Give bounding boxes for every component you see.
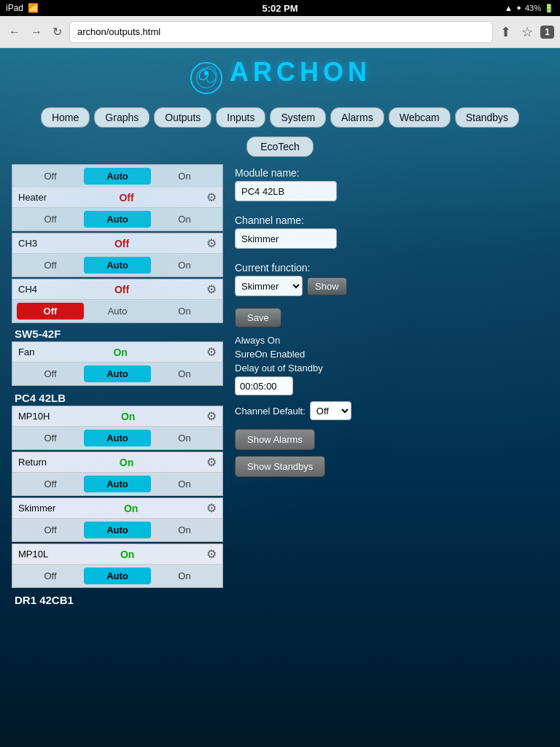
fan-off-btn[interactable]: Off xyxy=(17,365,84,382)
nav-alarms[interactable]: Alarms xyxy=(330,107,384,128)
ch3-off-btn[interactable]: Off xyxy=(17,257,84,274)
nav-home[interactable]: Home xyxy=(41,107,90,128)
nav-graphs[interactable]: Graphs xyxy=(94,107,149,128)
return-auto-btn[interactable]: Auto xyxy=(84,476,151,492)
heater-on-btn2[interactable]: On xyxy=(151,211,218,228)
back-button[interactable]: ← xyxy=(6,23,23,42)
return-off-btn[interactable]: Off xyxy=(17,476,84,492)
channel-default-select[interactable]: Off On Auto xyxy=(310,401,351,420)
mp10l-gear-icon[interactable]: ⚙ xyxy=(206,547,217,561)
logo-icon xyxy=(189,61,224,96)
channel-block-ch3: CH3 Off ⚙ Off Auto On xyxy=(12,233,223,277)
status-bar: iPad 📶 5:02 PM ▲ ✦ 43% 🔋 xyxy=(0,0,560,16)
channel-block-heater: Off Auto On Heater Off ⚙ Off Auto On xyxy=(12,164,223,231)
heater-auto-btn[interactable]: Auto xyxy=(84,168,151,185)
heater-name-row: Heater Off ⚙ xyxy=(12,187,222,208)
heater-on-btn[interactable]: On xyxy=(151,168,218,185)
fan-auto-btn[interactable]: Auto xyxy=(84,365,151,382)
fan-gear-icon[interactable]: ⚙ xyxy=(206,345,217,359)
skimmer-auto-btn[interactable]: Auto xyxy=(84,522,151,538)
group-sw5: SW5-42F Fan On ⚙ Off Auto On xyxy=(12,325,223,386)
sureon-text: SureOn Enabled xyxy=(235,349,548,360)
content-area: ARCHON Home Graphs Outputs Inputs System… xyxy=(0,48,560,747)
skimmer-name-row: Skimmer On ⚙ xyxy=(12,498,222,519)
nav-menu: Home Graphs Outputs Inputs System Alarms… xyxy=(0,101,560,133)
mp10l-auto-btn[interactable]: Auto xyxy=(84,568,151,584)
heater-gear-icon[interactable]: ⚙ xyxy=(206,190,217,204)
ch3-on-btn[interactable]: On xyxy=(151,257,218,274)
show-standbys-button[interactable]: Show Standbys xyxy=(235,456,325,477)
nav-system[interactable]: System xyxy=(270,107,326,128)
ecotech-button[interactable]: EcoTech xyxy=(246,136,314,157)
fan-controls: Off Auto On xyxy=(12,363,222,385)
nav-webcam[interactable]: Webcam xyxy=(389,107,451,128)
ch3-auto-btn[interactable]: Auto xyxy=(84,257,151,274)
channel-block-return: Return On ⚙ Off Auto On xyxy=(12,452,223,496)
channel-block-mp10h: MP10H On ⚙ Off Auto On xyxy=(12,406,223,450)
ch4-gear-icon[interactable]: ⚙ xyxy=(206,282,217,296)
mp10l-status: On xyxy=(120,549,134,560)
ch4-on-btn[interactable]: On xyxy=(151,303,218,320)
fan-name-row: Fan On ⚙ xyxy=(12,342,222,363)
function-select[interactable]: Skimmer Always On Timer Refugium xyxy=(235,276,303,296)
mp10h-off-btn[interactable]: Off xyxy=(17,430,84,446)
location-icon: ▲ xyxy=(505,4,513,12)
heater-auto-btn2[interactable]: Auto xyxy=(84,211,151,228)
fan-on-btn[interactable]: On xyxy=(151,365,218,382)
mp10l-off-btn[interactable]: Off xyxy=(17,568,84,584)
show-function-button[interactable]: Show xyxy=(307,277,347,295)
heater-name: Heater xyxy=(18,192,47,203)
ch4-status: Off xyxy=(114,284,129,295)
group-pc4-header: PC4 42LB xyxy=(12,389,223,406)
skimmer-gear-icon[interactable]: ⚙ xyxy=(206,501,217,515)
mp10h-gear-icon[interactable]: ⚙ xyxy=(206,409,217,423)
channel-name-input[interactable] xyxy=(235,228,337,249)
time-display: 5:02 PM xyxy=(262,3,298,14)
battery-label: 43% xyxy=(525,4,541,12)
delay-time-input[interactable] xyxy=(235,376,293,395)
reload-button[interactable]: ↻ xyxy=(50,22,65,42)
ch3-name-row: CH3 Off ⚙ xyxy=(12,233,222,254)
channel-name-section: Channel name: xyxy=(235,212,548,259)
nav-standbys[interactable]: Standbys xyxy=(455,107,519,128)
forward-button[interactable]: → xyxy=(28,23,45,42)
always-on-text: Always On xyxy=(235,335,548,346)
nav-inputs[interactable]: Inputs xyxy=(216,107,265,128)
mp10h-controls: Off Auto On xyxy=(12,427,222,449)
save-button[interactable]: Save xyxy=(235,308,281,328)
skimmer-on-btn[interactable]: On xyxy=(151,522,218,538)
bluetooth-icon: ✦ xyxy=(516,4,522,13)
mp10h-on-btn[interactable]: On xyxy=(151,430,218,446)
return-name-row: Return On ⚙ xyxy=(12,452,222,473)
show-alarms-button[interactable]: Show Alarms xyxy=(235,429,315,450)
ch4-controls: Off Auto On xyxy=(12,300,222,322)
return-gear-icon[interactable]: ⚙ xyxy=(206,455,217,469)
heater-off-btn2[interactable]: Off xyxy=(17,211,84,228)
ch3-status: Off xyxy=(114,238,129,249)
mp10h-name-row: MP10H On ⚙ xyxy=(12,406,222,427)
mp10h-auto-btn[interactable]: Auto xyxy=(84,430,151,446)
ch3-gear-icon[interactable]: ⚙ xyxy=(206,236,217,250)
wifi-icon: 📶 xyxy=(28,3,39,13)
main-layout: Off Auto On Heater Off ⚙ Off Auto On xyxy=(0,164,560,622)
skimmer-off-btn[interactable]: Off xyxy=(17,522,84,538)
logo-area: ARCHON xyxy=(0,48,560,101)
module-name-input[interactable] xyxy=(235,181,337,201)
ch4-off-btn[interactable]: Off xyxy=(17,303,84,320)
svg-point-2 xyxy=(204,71,209,76)
ch4-auto-btn[interactable]: Auto xyxy=(84,303,151,320)
bookmark-button[interactable]: ☆ xyxy=(518,21,536,43)
nav-outputs[interactable]: Outputs xyxy=(154,107,211,128)
mp10l-on-btn[interactable]: On xyxy=(151,568,218,584)
current-function-label: Current function: xyxy=(235,262,548,274)
function-row: Skimmer Always On Timer Refugium Show xyxy=(235,276,548,296)
mp10l-name-row: MP10L On ⚙ xyxy=(12,544,222,565)
mp10h-status: On xyxy=(121,411,135,422)
mp10l-name: MP10L xyxy=(18,549,48,560)
heater-off-btn[interactable]: Off xyxy=(17,168,84,185)
return-name: Return xyxy=(18,457,47,468)
tab-count[interactable]: 1 xyxy=(540,26,554,39)
share-button[interactable]: ⬆ xyxy=(497,21,514,43)
url-input[interactable] xyxy=(69,21,493,43)
return-on-btn[interactable]: On xyxy=(151,476,218,492)
